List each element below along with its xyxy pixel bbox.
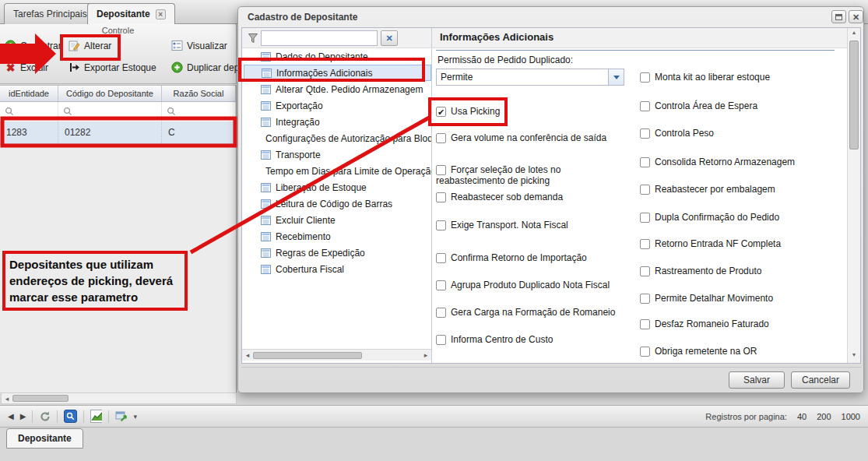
menu-item-leitura-de-codigo-de-barras[interactable]: Leitura de Código de Barras <box>244 195 431 212</box>
checkbox-box[interactable] <box>640 157 650 167</box>
permissao-pedido-duplicado-select[interactable]: Permite <box>436 69 624 86</box>
checkbox-box[interactable] <box>436 308 446 318</box>
menu-horizontal-scrollbar[interactable]: ◂ ▸ <box>242 349 431 361</box>
checkbox-controla-area-de-espera[interactable]: Controla Área de Espera <box>640 100 842 111</box>
nav-prev-icon[interactable]: ◀ <box>8 412 14 421</box>
checkbox-controla-peso[interactable]: Controla Peso <box>640 128 842 139</box>
menu-item-dados-do-depositante[interactable]: Dados do Depositante <box>244 48 431 65</box>
checkbox-usa-picking[interactable]: ✔Usa Picking <box>436 106 624 117</box>
checkbox-box[interactable] <box>436 165 446 175</box>
checkbox-reabastecer-por-embalagem[interactable]: Reabastecer por embalagem <box>640 184 842 195</box>
checkbox-box[interactable] <box>640 239 650 249</box>
checkbox-box[interactable] <box>436 192 446 202</box>
menu-item-recebimento[interactable]: Recebimento <box>244 228 431 245</box>
checkbox-monta-kit-ao-liberar-estoque[interactable]: Monta kit ao liberar estoque <box>640 72 842 83</box>
checkbox-box[interactable] <box>436 253 446 263</box>
cadastrar-button[interactable]: Cadastrar <box>5 40 61 51</box>
visualizar-button[interactable]: Visualizar <box>171 40 227 51</box>
bottom-tab-depositante[interactable]: Depositante <box>6 428 83 449</box>
checkbox-box[interactable] <box>640 294 650 304</box>
excluir-button[interactable]: ✖ Excluir <box>5 62 48 73</box>
checkbox-forcar-selecao-de-lotes-no-reabastecimento-de-picking[interactable]: Forçar seleção de lotes no reabastecimen… <box>436 164 624 186</box>
checkbox-consolida-retorno-armazenagem[interactable]: Consolida Retorno Armazenagem <box>640 157 842 167</box>
checkbox-box[interactable]: ✔ <box>436 107 446 117</box>
alterar-button[interactable]: Alterar <box>69 40 111 51</box>
page-size-40[interactable]: 40 <box>797 412 807 421</box>
checkbox-box[interactable] <box>640 347 650 357</box>
scrollbar-thumb[interactable] <box>253 352 362 359</box>
checkbox-box[interactable] <box>436 220 446 230</box>
checkbox-confirma-retorno-de-importacao[interactable]: Confirma Retorno de Importação <box>436 252 624 263</box>
refresh-icon[interactable] <box>39 410 51 422</box>
checkbox-box[interactable] <box>640 72 650 83</box>
menu-item-regras-de-expedicao[interactable]: Regras de Expedição <box>244 245 431 261</box>
close-button[interactable]: ✕ <box>849 10 863 23</box>
checkbox-rastreamento-de-produto[interactable]: Rastreamento de Produto <box>640 266 842 276</box>
save-button[interactable]: Salvar <box>729 371 785 389</box>
search-grid-icon[interactable] <box>64 410 77 423</box>
export-dropdown-caret-icon[interactable]: ▾ <box>133 413 137 421</box>
checkbox-dupla-confirmacao-do-pedido[interactable]: Dupla Confirmação do Pedido <box>640 212 842 223</box>
menu-item-cobertura-fiscal[interactable]: Cobertura Fiscal <box>244 261 431 277</box>
clear-filter-button[interactable]: ✕ <box>381 30 398 46</box>
nav-next-icon[interactable]: ▶ <box>20 412 26 421</box>
filter-razao-input[interactable] <box>162 102 236 121</box>
scrollbar-thumb[interactable] <box>12 395 69 402</box>
checkbox-reabastecer-sob-demanda[interactable]: Reabastecer sob demanda <box>436 192 624 202</box>
checkbox-permite-detalhar-movimento[interactable]: Permite Detalhar Movimento <box>640 293 842 304</box>
exportar-estoque-button[interactable]: Exportar Estoque <box>69 62 156 73</box>
scrollbar-thumb[interactable] <box>849 40 859 150</box>
informacoes-adicionais-panel: Informações Adicionais Permissão de Pedi… <box>432 29 848 363</box>
scroll-left-icon[interactable]: ◂ <box>242 351 253 359</box>
menu-filter-input[interactable] <box>261 30 378 46</box>
menu-item-transporte[interactable]: Transporte <box>244 146 431 163</box>
column-codigo-depositante[interactable]: Código do Depositante <box>58 86 162 101</box>
panel-vertical-scrollbar[interactable]: ▴ ▾ <box>847 28 860 363</box>
menu-item-exportacao[interactable]: Exportação <box>244 97 431 114</box>
cancel-button[interactable]: Cancelar <box>791 371 850 389</box>
maximize-button[interactable] <box>831 10 846 23</box>
checkbox-gera-volume-na-conferencia-de-saida[interactable]: Gera volume na conferência de saída <box>436 132 624 143</box>
checkbox-box[interactable] <box>436 335 446 345</box>
checkbox-agrupa-produto-duplicado-nota-fiscal[interactable]: Agrupa Produto Duplicado Nota Fiscal <box>436 280 624 290</box>
chart-icon[interactable] <box>90 410 102 422</box>
filter-codigo-input[interactable] <box>58 102 162 121</box>
tab-depositante[interactable]: Depositante × <box>87 3 175 24</box>
menu-item-liberacao-de-estoque[interactable]: Liberação de Estoque <box>244 179 431 195</box>
menu-item-configuracoes-de-autorizacao-para-bloqu[interactable]: Configurações de Autorização para Bloqu <box>244 130 431 146</box>
menu-item-integracao[interactable]: Integração <box>244 114 431 130</box>
checkbox-box[interactable] <box>640 213 650 223</box>
checkbox-box[interactable] <box>640 319 650 329</box>
scroll-up-icon[interactable]: ▴ <box>848 29 860 40</box>
checkbox-box[interactable] <box>640 128 650 139</box>
menu-item-excluir-cliente[interactable]: Excluir Cliente <box>244 212 431 228</box>
checkbox-retorno-entrada-nf-completa[interactable]: Retorno Entrada NF Completa <box>640 238 842 249</box>
page-size-200[interactable]: 200 <box>817 412 831 421</box>
checkbox-obriga-remetente-na-or[interactable]: Obriga remetente na OR <box>640 346 842 357</box>
chevron-down-icon[interactable] <box>608 69 624 85</box>
close-tab-icon[interactable]: × <box>156 9 166 19</box>
checkbox-gera-carga-na-formacao-de-romaneio[interactable]: Gera Carga na Formação de Romaneio <box>436 307 624 318</box>
menu-item-tempo-em-dias-para-limite-de-operacao[interactable]: Tempo em Dias para Limite de Operação <box>244 163 431 179</box>
checkbox-box[interactable] <box>436 133 446 143</box>
checkbox-box[interactable] <box>436 280 446 290</box>
menu-item-informacoes-adicionais[interactable]: Informações Adicionais <box>244 65 431 81</box>
checkbox-box[interactable] <box>640 185 650 195</box>
column-identidade[interactable]: idEntidade <box>0 86 58 101</box>
checkbox-box[interactable] <box>640 101 650 111</box>
menu-item-alterar-qtde-pedido-armazenagem[interactable]: Alterar Qtde. Pedido Armazenagem <box>244 81 431 97</box>
checkbox-box[interactable] <box>640 266 650 276</box>
table-row-selected[interactable]: 1283 01282 C <box>0 122 236 144</box>
tab-tarefas-principais[interactable]: Tarefas Principais <box>4 3 97 24</box>
grid-horizontal-scrollbar[interactable]: ◂ <box>1 392 237 404</box>
checkbox-desfaz-romaneio-faturado[interactable]: Desfaz Romaneio Faturado <box>640 318 842 329</box>
column-razao-social[interactable]: Razão Social <box>162 86 236 101</box>
filter-identidade-input[interactable] <box>0 102 58 121</box>
scroll-down-icon[interactable]: ▾ <box>848 351 860 362</box>
export-window-icon[interactable] <box>115 410 127 422</box>
checkbox-exige-transport-nota-fiscal[interactable]: Exige Transport. Nota Fiscal <box>436 220 624 230</box>
scroll-right-icon[interactable]: ▸ <box>420 351 431 359</box>
scroll-left-icon[interactable]: ◂ <box>2 395 12 403</box>
checkbox-informa-centro-de-custo[interactable]: Informa Centro de Custo <box>436 334 624 345</box>
page-size-1000[interactable]: 1000 <box>842 412 860 421</box>
